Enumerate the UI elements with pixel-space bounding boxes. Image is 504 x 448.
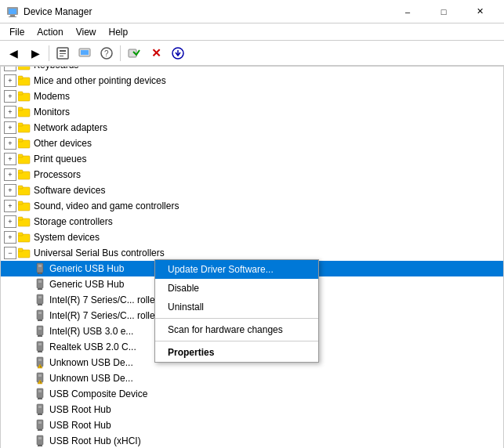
item-icon-18 [34,325,46,338]
tree-item-22[interactable]: USB Composite Device [1,386,503,402]
expand-icon-3[interactable]: + [4,90,16,103]
tree-item-5[interactable]: + Network adapters [1,120,503,135]
expand-icon-9[interactable]: + [4,184,16,197]
expand-icon-12[interactable]: + [4,231,16,244]
ctx-sep-1 [155,318,318,319]
tree-item-8[interactable]: + Processors [1,167,503,182]
svg-rect-47 [38,280,42,283]
ctx-properties[interactable]: Properties [155,343,318,362]
properties-button[interactable] [53,43,73,63]
expand-icon-8[interactable]: + [4,168,16,181]
svg-rect-62 [38,327,42,330]
item-label-6: Other devices [34,138,92,149]
svg-rect-92 [38,421,42,424]
item-icon-21: ! [34,372,46,385]
item-icon-10 [18,200,31,212]
svg-rect-28 [18,154,23,157]
help-button[interactable]: ? [96,43,117,63]
close-button[interactable]: ✕ [462,0,498,23]
expand-icon-5[interactable]: + [4,121,16,134]
expand-icon-16 [20,294,32,306]
item-icon-22 [34,388,46,400]
svg-rect-51 [37,294,43,304]
item-icon-4 [18,106,31,118]
ctx-update-driver[interactable]: Update Driver Software... [155,260,318,279]
svg-rect-52 [38,296,42,298]
back-button[interactable]: ◀ [3,43,24,63]
svg-rect-15 [18,66,30,70]
svg-rect-97 [38,437,42,439]
menu-view[interactable]: View [70,25,103,39]
tree-item-12[interactable]: + System devices [1,229,503,245]
expand-icon-7[interactable]: + [4,153,16,165]
item-label-19: Realtek USB 2.0 C... [49,341,136,352]
install-button[interactable] [168,43,188,63]
tree-item-2[interactable]: + Mice and other pointing devices [1,73,503,89]
ctx-disable[interactable]: Disable [155,279,318,298]
svg-rect-72 [38,359,42,361]
svg-rect-87 [38,406,42,408]
svg-rect-67 [38,343,42,345]
item-label-4: Monitors [34,107,70,117]
menu-help[interactable]: Help [103,25,135,39]
item-icon-15 [34,278,46,291]
item-label-3: Modems [34,91,70,102]
app-icon [6,5,19,18]
expand-icon-6[interactable]: + [4,137,16,150]
tree-item-4[interactable]: + Monitors [1,104,503,120]
item-icon-1 [18,66,31,71]
disable-button[interactable]: ✕ [146,43,166,63]
item-label-15: Generic USB Hub [49,279,124,290]
svg-text:!: ! [40,365,41,369]
tree-item-11[interactable]: + Storage controllers [1,214,503,229]
tree-item-25[interactable]: USB Root Hub (xHCI) [1,433,503,448]
expand-icon-11[interactable]: + [4,215,16,228]
item-icon-11 [18,215,31,228]
minimize-button[interactable]: – [390,0,426,23]
expand-icon-1[interactable]: + [4,66,16,71]
tree-item-3[interactable]: + Modems [1,89,503,104]
ctx-uninstall[interactable]: Uninstall [155,298,318,316]
expand-icon-18 [20,325,32,338]
svg-rect-56 [37,310,43,320]
svg-rect-42 [38,265,42,267]
tree-item-10[interactable]: + Sound, video and game controllers [1,198,503,214]
svg-rect-5 [60,50,66,52]
item-label-23: USB Root Hub [49,404,111,415]
forward-button[interactable]: ▶ [25,43,45,63]
item-label-22: USB Composite Device [49,388,147,399]
item-label-8: Processors [34,169,81,180]
tree-item-24[interactable]: USB Root Hub [1,417,503,433]
expand-icon-13[interactable]: − [4,247,16,259]
svg-rect-1 [9,9,16,14]
update-driver-button[interactable] [74,43,95,63]
expand-icon-4[interactable]: + [4,106,16,118]
title-bar: Device Manager – □ ✕ [0,0,504,23]
menu-file[interactable]: File [3,25,31,39]
menu-bar: File Action View Help [0,23,504,41]
menu-action[interactable]: Action [31,25,69,39]
svg-rect-82 [38,390,42,392]
expand-icon-2[interactable]: + [4,74,16,87]
tree-item-23[interactable]: USB Root Hub [1,402,503,417]
tree-item-7[interactable]: + Print queues [1,151,503,167]
item-icon-23 [34,403,46,416]
svg-rect-38 [18,233,23,236]
svg-rect-26 [18,139,23,142]
item-label-9: Software devices [34,185,105,196]
item-icon-5 [18,121,31,134]
scan-hardware-button[interactable] [124,43,144,63]
tree-item-13[interactable]: − Universal Serial Bus controllers [1,245,503,261]
tree-item-6[interactable]: + Other devices [1,135,503,151]
item-icon-24 [34,419,46,432]
tree-item-1[interactable]: + Keyboards [1,66,503,73]
toolbar-sep-2 [120,45,121,61]
tree-item-9[interactable]: + Software devices [1,182,503,198]
item-label-24: USB Root Hub [49,420,111,431]
tree-item-21[interactable]: ! Unknown USB De... [1,370,503,386]
expand-icon-10[interactable]: + [4,200,16,212]
maximize-button[interactable]: □ [426,0,462,23]
ctx-scan-hardware[interactable]: Scan for hardware changes [155,320,318,339]
item-label-13: Universal Serial Bus controllers [34,247,165,258]
svg-rect-2 [10,15,15,16]
